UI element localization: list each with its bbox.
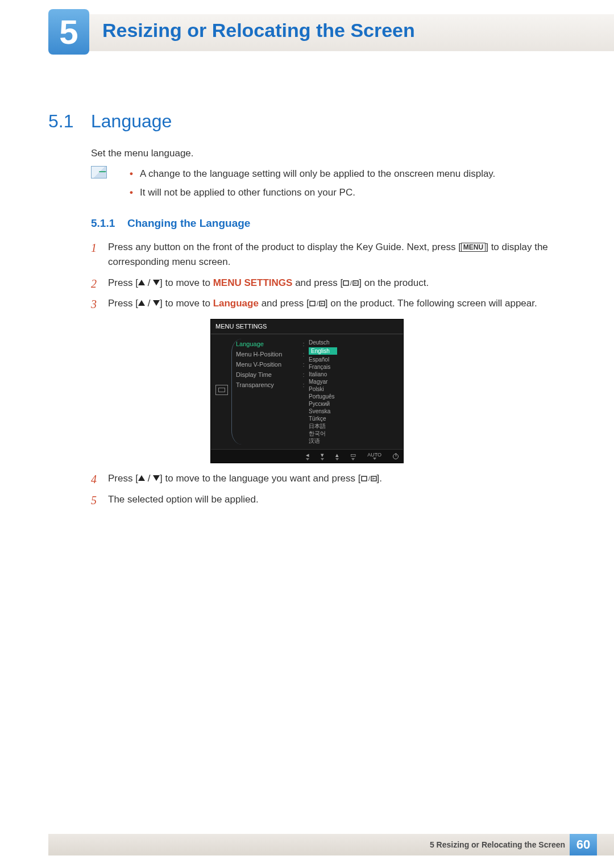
svg-rect-0 [343, 281, 349, 285]
step-2: 2 Press [ / ] to move to MENU SETTINGS a… [91, 276, 563, 290]
svg-text:/: / [368, 476, 370, 482]
osd-lang-selected: English [309, 347, 337, 355]
step-number: 5 [91, 492, 97, 509]
osd-lang: Italiano [309, 371, 399, 378]
svg-text:/: / [350, 280, 352, 286]
chapter-title: Resizing or Relocating the Screen [102, 19, 415, 41]
keyword-menu-settings: MENU SETTINGS [213, 277, 293, 288]
step-4: 4 Press [ / ] to move to the language yo… [91, 471, 563, 486]
osd-nav-back-icon: ◂ [306, 452, 309, 460]
step-number: 4 [91, 471, 97, 488]
step-text: The selected option will be applied. [108, 494, 259, 505]
step-3: 3 Press [ / ] to move to Language and pr… [91, 296, 563, 463]
note-item: A change to the language setting will on… [130, 166, 563, 181]
osd-screenshot: MENU SETTINGS Language Menu H-Position M… [210, 319, 404, 463]
step-text: ] on the product. [359, 277, 429, 288]
steps: 1 Press any button on the front of the p… [91, 240, 563, 513]
osd-lang: 한국어 [309, 430, 399, 437]
osd-colon-column: ::::: [301, 339, 306, 445]
osd-category-icon [215, 385, 228, 395]
osd-nav-up-icon: ▴ [335, 452, 339, 460]
up-arrow-icon [138, 475, 145, 481]
osd-lang: Magyar [309, 378, 399, 385]
osd-item: Display Time [236, 369, 301, 380]
step-1: 1 Press any button on the front of the p… [91, 240, 563, 270]
up-arrow-icon [138, 300, 145, 306]
osd-title: MENU SETTINGS [211, 319, 403, 334]
osd-item: Transparency [236, 380, 301, 390]
svg-text:/: / [317, 301, 318, 307]
subsection-number: 5.1.1 [91, 217, 115, 230]
keyword-language: Language [213, 298, 259, 309]
osd-icon-column [215, 339, 233, 445]
svg-rect-6 [362, 476, 367, 481]
step-text: ] to move to the language you want and p… [160, 473, 360, 484]
step-text: ] to move to [160, 298, 213, 309]
section-title: Language [91, 111, 172, 132]
osd-nav-down-icon: ▾ [321, 452, 324, 460]
page-number: 60 [570, 834, 597, 855]
up-arrow-icon [138, 280, 145, 285]
step-text: Press [ [108, 277, 138, 288]
osd-item-selected: Language [236, 339, 301, 349]
osd-curve-decoration [231, 339, 242, 445]
step-text: and press [ [259, 298, 309, 309]
step-text: and press [ [292, 277, 343, 288]
osd-lang: Svenska [309, 408, 399, 415]
step-text: Press any button on the front of the pro… [108, 242, 461, 252]
osd-lang: Русский [309, 400, 399, 408]
step-number: 2 [91, 275, 97, 293]
osd-lang: Français [309, 363, 399, 371]
osd-language-list: Deutsch English Español Français Italian… [306, 339, 399, 445]
step-5: 5 The selected option will be applied. [91, 492, 563, 507]
osd-lang: Polski [309, 385, 399, 393]
source-enter-icon: / [309, 300, 325, 308]
osd-nav-power-icon [393, 454, 399, 459]
osd-item: Menu V-Position [236, 359, 301, 369]
down-arrow-icon [153, 280, 160, 285]
section-number: 5.1 [48, 111, 73, 132]
menu-key-icon: MENU [461, 243, 486, 252]
osd-body: Language Menu H-Position Menu V-Position… [211, 334, 403, 449]
source-enter-icon: / [361, 475, 377, 483]
chapter-number-badge: 5 [48, 9, 89, 55]
down-arrow-icon [153, 475, 160, 481]
note-icon [91, 166, 107, 178]
note-item: It will not be applied to other function… [130, 185, 563, 200]
step-text: ]. [377, 473, 382, 484]
note-list: A change to the language setting will on… [130, 166, 563, 203]
osd-lang: Español [309, 356, 399, 363]
step-text: Press [ [108, 473, 138, 484]
source-enter-icon: / [343, 279, 359, 287]
step-number: 3 [91, 296, 97, 313]
subsection-title: Changing the Language [127, 217, 250, 230]
osd-lang: 日本語 [309, 422, 399, 430]
osd-item: Menu H-Position [236, 349, 301, 359]
svg-rect-3 [310, 301, 315, 306]
osd-lang: 汉语 [309, 437, 399, 445]
footer-chapter-ref: 5 Resizing or Relocating the Screen [430, 840, 570, 849]
osd-footer: ◂ ▾ ▴ ▭ AUTO [211, 449, 403, 463]
osd-nav-enter-icon: ▭ [350, 452, 356, 460]
section-intro: Set the menu language. [91, 148, 194, 159]
osd-lang: Deutsch [309, 339, 399, 346]
step-text: Press [ [108, 298, 138, 309]
step-number: 1 [91, 239, 97, 257]
page-footer: 5 Resizing or Relocating the Screen 60 [48, 834, 614, 855]
osd-menu-items: Language Menu H-Position Menu V-Position… [233, 339, 301, 445]
osd-nav-auto: AUTO [367, 452, 381, 460]
step-text: ] on the product. The following screen w… [325, 298, 537, 309]
down-arrow-icon [153, 300, 160, 306]
step-text: ] to move to [160, 277, 213, 288]
osd-lang: Türkçe [309, 415, 399, 422]
osd-lang: Português [309, 393, 399, 400]
